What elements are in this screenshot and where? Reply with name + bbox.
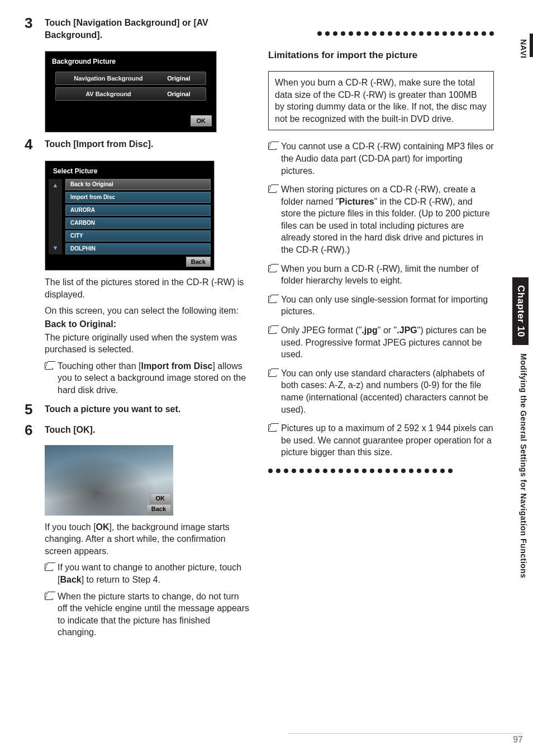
left-column: 3 Touch [Navigation Background] or [AV B… <box>25 17 250 746</box>
bullet-jpeg-only: Only JPEG format (".jpg" or ".JPG") pict… <box>268 324 494 361</box>
step-3-heading: Touch [Navigation Background] or [AV Bac… <box>45 17 250 41</box>
step-5-heading: Touch a picture you want to set. <box>45 403 250 415</box>
ss3-back-button[interactable]: Back <box>146 504 171 514</box>
ss2-item-back-to-original[interactable]: Back to Original <box>65 179 211 190</box>
scroll-down-icon[interactable]: ▼ <box>53 244 59 252</box>
note-text: When you burn a CD-R (-RW), make sure th… <box>275 78 487 124</box>
p-select-following: On this screen, you can select the follo… <box>45 305 250 317</box>
step-4: 4 Touch [Import from Disc]. <box>25 138 250 150</box>
bullet-max-resolution: Pictures up to a maximum of 2 592 x 1 94… <box>268 422 494 459</box>
step-6-heading: Touch [OK]. <box>45 424 250 436</box>
footer-rule <box>288 733 523 734</box>
ss1-title: Background Picture <box>50 57 212 69</box>
page-number: 97 <box>513 734 523 746</box>
p-list-displayed: The list of the pictures stored in the C… <box>45 276 250 300</box>
bullet-touch-back: If you want to change to another picture… <box>45 561 250 585</box>
p-touch-ok: If you touch [OK], the background image … <box>45 521 250 557</box>
dot-separator-bottom <box>268 469 494 473</box>
step-3-number: 3 <box>25 13 32 33</box>
subheading-limitations: Limitations for import the picture <box>268 49 494 62</box>
ss2-item-city[interactable]: CITY <box>65 230 211 242</box>
tab-navi: NAVI <box>518 39 529 58</box>
step-4-number: 4 <box>25 135 32 154</box>
ss2-title: Select Picture <box>49 167 211 179</box>
ss1-row-nav-bg[interactable]: Navigation Background Original <box>55 72 206 85</box>
p-original-picture: The picture originally used when the sys… <box>45 332 250 356</box>
screenshot-background-picture: Background Picture Navigation Background… <box>45 51 217 133</box>
bullet-hierarchy-eight: When you burn a CD-R (-RW), limit the nu… <box>268 263 494 287</box>
ss2-item-dolphin[interactable]: DOLPHIN <box>65 243 211 254</box>
ss1-row-av-bg[interactable]: AV Background Original <box>55 87 206 101</box>
dot-separator-top <box>268 31 494 36</box>
tab-chapter: Chapter 10 <box>512 277 529 345</box>
step-6-number: 6 <box>25 420 32 440</box>
ss1-row2-label: AV Background <box>60 90 156 98</box>
ss1-row1-label: Navigation Background <box>60 74 156 83</box>
step-4-heading: Touch [Import from Disc]. <box>45 138 250 150</box>
ss2-item-aurora[interactable]: AURORA <box>65 205 211 216</box>
ss1-row2-value: Original <box>156 90 201 98</box>
step-3: 3 Touch [Navigation Background] or [AV B… <box>25 17 250 41</box>
step-4-body: The list of the pictures stored in the C… <box>25 276 250 400</box>
step-6: 6 Touch [OK]. <box>25 424 250 436</box>
step-5-number: 5 <box>25 400 32 419</box>
bullet-pictures-folder: When storing pictures on a CD-R (-RW), c… <box>268 183 494 256</box>
ss2-item-import-from-disc[interactable]: Import from Disc <box>65 192 211 203</box>
bullet-import-from-disc-note: Touching other than [Import from Disc] a… <box>45 360 250 396</box>
step-6-body: If you touch [OK], the background image … <box>25 521 250 643</box>
note-box-100mb: When you burn a CD-R (-RW), make sure th… <box>268 71 494 130</box>
step-5: 5 Touch a picture you want to set. <box>25 403 250 415</box>
ss3-ok-button[interactable]: OK <box>150 493 172 504</box>
label-back-to-original: Back to Original: <box>45 318 250 330</box>
bullet-no-mp3: You cannot use a CD-R (-RW) containing M… <box>268 140 494 177</box>
right-column: Limitations for import the picture When … <box>268 17 494 746</box>
ss2-scrollbar[interactable]: ▲ ▼ <box>49 179 62 254</box>
ss1-ok-button[interactable]: OK <box>191 115 212 126</box>
screenshot-preview: OK Back <box>45 445 173 516</box>
sidebar: NAVI Chapter 10 Modifying the General Se… <box>514 0 533 756</box>
bullet-single-session: You can only use single-session format f… <box>268 294 494 318</box>
ss2-back-button[interactable]: Back <box>186 257 211 267</box>
ss2-list: Back to Original Import from Disc AURORA… <box>65 179 211 254</box>
bullet-standard-chars: You can only use standard characters (al… <box>268 367 494 415</box>
screenshot-select-picture: Select Picture ▲ ▼ Back to Original Impo… <box>45 160 215 271</box>
ss1-row1-value: Original <box>156 74 201 83</box>
scroll-up-icon[interactable]: ▲ <box>53 181 59 190</box>
bullet-do-not-turn-off: When the picture starts to change, do no… <box>45 590 250 639</box>
ss2-item-carbon[interactable]: CARBON <box>65 218 211 229</box>
tab-section-title: Modifying the General Settings for Navig… <box>518 353 529 578</box>
